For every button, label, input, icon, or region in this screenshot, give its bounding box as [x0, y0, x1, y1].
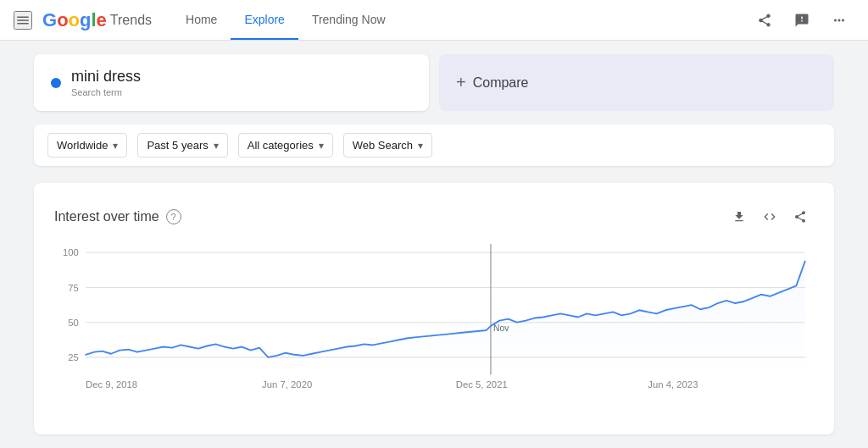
- main-nav: Home Explore Trending Now: [172, 1, 749, 40]
- compare-plus-icon: +: [456, 73, 466, 92]
- app-header: G o o g l e Trends Home Explore Trending…: [0, 0, 868, 41]
- feedback-button[interactable]: [787, 5, 817, 36]
- x-label-3: Dec 5, 2021: [456, 379, 508, 390]
- y-label-75: 75: [68, 283, 79, 293]
- search-term-dot: [51, 78, 61, 88]
- search-term-card: mini dress Search term: [34, 54, 429, 111]
- search-text-group: mini dress Search term: [71, 68, 141, 97]
- chart-title-group: Interest over time ?: [54, 209, 181, 224]
- share-button[interactable]: [749, 5, 780, 36]
- embed-button[interactable]: [756, 203, 783, 230]
- x-label-2: Jun 7, 2020: [262, 379, 312, 390]
- nav-explore[interactable]: Explore: [231, 1, 298, 40]
- time-chevron-icon: ▾: [214, 140, 219, 152]
- chart-share-button[interactable]: [787, 203, 814, 230]
- x-label-4: Jun 4, 2023: [648, 379, 698, 390]
- chart-area-fill: [86, 262, 805, 375]
- menu-button[interactable]: [14, 11, 32, 30]
- header-actions: [749, 5, 854, 36]
- apps-button[interactable]: [824, 5, 854, 36]
- region-filter[interactable]: Worldwide ▾: [47, 133, 127, 158]
- search-section: mini dress Search term + Compare: [34, 54, 834, 111]
- compare-card[interactable]: + Compare: [439, 54, 834, 111]
- x-label-1: Dec 9, 2018: [86, 379, 137, 390]
- chart-help-button[interactable]: ?: [166, 209, 181, 224]
- y-label-50: 50: [68, 318, 79, 328]
- nav-home[interactable]: Home: [172, 1, 231, 40]
- chart-actions: [726, 203, 814, 230]
- region-chevron-icon: ▾: [113, 140, 118, 152]
- category-filter[interactable]: All categories ▾: [238, 133, 333, 158]
- time-filter[interactable]: Past 5 years ▾: [137, 133, 227, 158]
- y-label-100: 100: [63, 247, 79, 257]
- search-type-chevron-icon: ▾: [418, 140, 423, 152]
- y-label-25: 25: [68, 352, 79, 362]
- search-term-text: mini dress: [71, 68, 141, 86]
- search-type-filter[interactable]: Web Search ▾: [343, 133, 432, 158]
- chart-container: 100 75 50 25 Nov Dec 9, 2018 Jun 7, 202: [54, 244, 814, 421]
- chart-header: Interest over time ?: [54, 203, 814, 230]
- time-filter-label: Past 5 years: [147, 139, 208, 152]
- trends-wordmark: Trends: [110, 13, 152, 28]
- nav-trending[interactable]: Trending Now: [298, 1, 399, 40]
- region-filter-label: Worldwide: [57, 139, 108, 152]
- category-filter-label: All categories: [248, 139, 314, 152]
- chart-title: Interest over time: [54, 209, 159, 224]
- category-chevron-icon: ▾: [319, 140, 324, 152]
- search-type-filter-label: Web Search: [353, 139, 413, 152]
- download-button[interactable]: [726, 203, 753, 230]
- search-term-sub: Search term: [71, 87, 141, 97]
- main-content: mini dress Search term + Compare Worldwi…: [0, 41, 868, 448]
- compare-label: Compare: [473, 75, 529, 91]
- filter-row: Worldwide ▾ Past 5 years ▾ All categorie…: [34, 124, 834, 166]
- interest-chart: 100 75 50 25 Nov Dec 9, 2018 Jun 7, 202: [54, 244, 814, 418]
- google-trends-logo[interactable]: G o o g l e Trends: [42, 9, 152, 31]
- chart-section: Interest over time ?: [34, 183, 834, 434]
